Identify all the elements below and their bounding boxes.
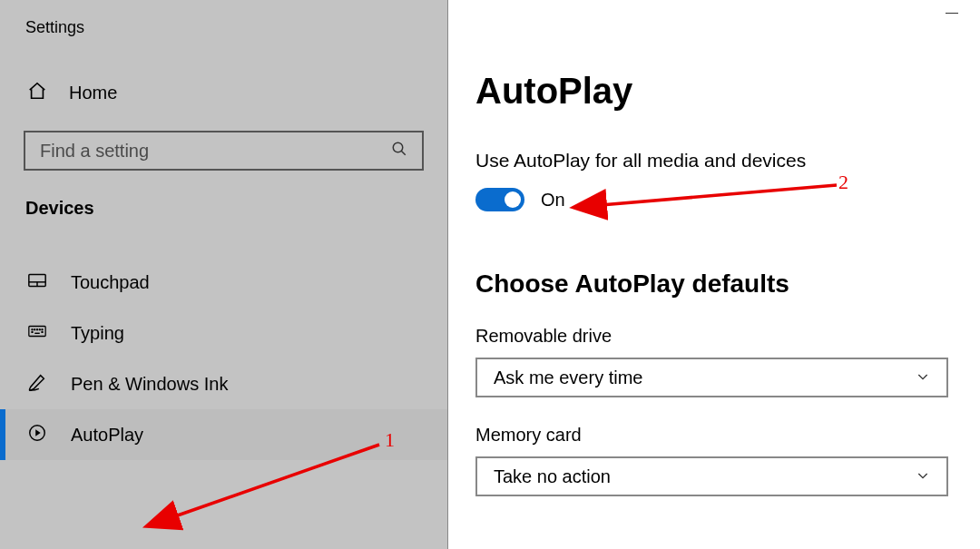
home-icon [27, 81, 47, 105]
pen-icon [27, 372, 47, 397]
sidebar-item-label: Typing [71, 323, 124, 344]
autoplay-toggle-label: Use AutoPlay for all media and devices [475, 150, 953, 172]
svg-rect-5 [29, 326, 45, 336]
autoplay-toggle[interactable] [475, 188, 524, 211]
dropdown-value: Ask me every time [494, 368, 642, 388]
sidebar: Settings Home Find a setting Devices [0, 0, 448, 549]
removable-drive-dropdown[interactable]: Ask me every time [475, 358, 948, 397]
sidebar-item-label: Touchpad [71, 272, 150, 293]
sidebar-item-touchpad[interactable]: Touchpad [0, 257, 447, 308]
svg-point-10 [42, 328, 43, 329]
defaults-heading: Choose AutoPlay defaults [475, 270, 953, 299]
main-content: AutoPlay Use AutoPlay for all media and … [448, 0, 980, 549]
chevron-down-icon [916, 368, 930, 388]
window-title: Settings [0, 0, 447, 37]
page-title: AutoPlay [475, 71, 953, 112]
toggle-knob [505, 191, 521, 208]
svg-line-1 [401, 151, 406, 155]
svg-point-8 [36, 328, 37, 329]
memory-card-label: Memory card [475, 425, 953, 446]
sidebar-item-label: AutoPlay [71, 425, 143, 446]
home-label: Home [69, 83, 117, 103]
sidebar-item-typing[interactable]: Typing [0, 308, 447, 358]
annotation-number-2: 2 [838, 171, 848, 194]
sidebar-item-autoplay[interactable]: AutoPlay [0, 409, 447, 460]
search-input[interactable]: Find a setting [24, 131, 424, 171]
minimize-button[interactable] [946, 13, 958, 14]
sidebar-category: Devices [0, 171, 447, 219]
touchpad-icon [27, 270, 47, 295]
toggle-state-text: On [541, 190, 565, 211]
svg-point-11 [32, 331, 33, 332]
memory-card-dropdown[interactable]: Take no action [475, 456, 948, 496]
svg-point-12 [42, 331, 43, 332]
svg-point-9 [39, 328, 40, 329]
chevron-down-icon [916, 466, 930, 487]
sidebar-item-pen[interactable]: Pen & Windows Ink [0, 358, 447, 409]
nav-list: Touchpad Typing [0, 257, 447, 460]
autoplay-icon [27, 423, 47, 447]
annotation-number-1: 1 [385, 428, 395, 452]
search-icon [391, 141, 407, 162]
keyboard-icon [27, 321, 47, 346]
nav-home[interactable]: Home [0, 37, 447, 105]
svg-marker-15 [35, 429, 41, 436]
removable-drive-label: Removable drive [475, 326, 953, 347]
sidebar-item-label: Pen & Windows Ink [71, 374, 228, 395]
svg-point-0 [393, 142, 403, 152]
svg-point-7 [34, 328, 35, 329]
svg-point-6 [32, 328, 33, 329]
dropdown-value: Take no action [494, 466, 611, 487]
search-placeholder: Find a setting [40, 141, 149, 162]
